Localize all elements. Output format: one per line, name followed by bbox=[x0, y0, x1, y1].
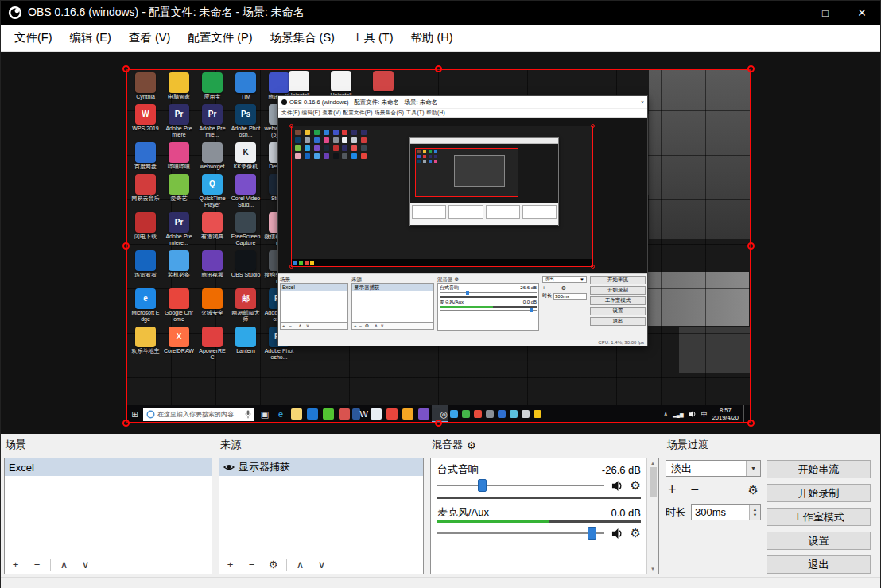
scroll-down-arrow[interactable]: ▼ bbox=[650, 567, 655, 571]
remove-source-button[interactable]: − bbox=[241, 559, 262, 571]
display-capture-preview[interactable]: Cynthia电脑管家应用宝TIM腾讯课堂WWPS 2019PrAdobe Pr… bbox=[126, 69, 751, 423]
source-up-button[interactable]: ∧ bbox=[289, 559, 311, 571]
desktop-icon-label: 闪电下载 bbox=[130, 234, 161, 240]
taskbar-icon-app-5 bbox=[495, 405, 507, 423]
mini-icon bbox=[305, 130, 310, 135]
spin-up-arrow[interactable]: ▲ bbox=[753, 507, 757, 513]
mini-icon bbox=[295, 130, 301, 135]
source-down-button[interactable]: ∨ bbox=[311, 559, 332, 571]
desktop-icon: 迅雷看看 bbox=[130, 250, 161, 284]
selection-handle-top-left[interactable] bbox=[122, 65, 130, 72]
add-transition-button[interactable]: + bbox=[668, 482, 677, 498]
menu-item-edit[interactable]: 编辑 (E) bbox=[61, 25, 120, 51]
desktop-icon-label: KK录像机 bbox=[231, 164, 261, 170]
taskbar-clock: 8:57 2019/4/20 bbox=[712, 407, 739, 421]
desktop-icon-label: 百度网盘 bbox=[130, 164, 161, 170]
spin-down-arrow[interactable]: ▼ bbox=[753, 513, 757, 518]
mini-icon bbox=[361, 153, 367, 159]
taskbar-icon-wechat bbox=[320, 405, 336, 423]
mini-icon bbox=[434, 155, 437, 158]
menu-item-view[interactable]: 查看 (V) bbox=[120, 25, 179, 51]
speaker-icon[interactable] bbox=[611, 528, 623, 540]
scenes-panel: 场景 Excel + − ∧ ∨ bbox=[4, 434, 212, 575]
desktop-icon: webwxget bbox=[197, 142, 227, 170]
scene-down-button[interactable]: ∨ bbox=[75, 559, 96, 571]
speaker-icon[interactable] bbox=[611, 480, 623, 492]
scrollbar-thumb[interactable] bbox=[650, 467, 657, 497]
scene-item[interactable]: Excel bbox=[5, 458, 212, 476]
desktop-icon-image bbox=[169, 250, 189, 271]
duration-spinner[interactable]: 300ms ▲ ▼ bbox=[691, 504, 761, 520]
desktop-icon: 邮网易邮箱大师 bbox=[231, 288, 261, 323]
taskbar-tray: ∧ ▂▄▆ 中 8:57 2019/4/20 bbox=[663, 405, 748, 423]
scroll-up-arrow[interactable]: ▲ bbox=[650, 461, 655, 466]
mini-icon bbox=[314, 137, 320, 143]
transition-select[interactable]: 淡出 ▼ bbox=[666, 460, 761, 477]
start-streaming-button[interactable]: 开始串流 bbox=[767, 460, 871, 478]
channel-gear-icon[interactable]: ⚙ bbox=[631, 526, 641, 540]
taskbar-icon-app-6 bbox=[507, 405, 519, 423]
ime-indicator: 中 bbox=[701, 410, 708, 419]
desktop-icon-image bbox=[202, 288, 223, 309]
studio-mode-button[interactable]: 工作室模式 bbox=[767, 508, 871, 526]
dropdown-arrow-icon[interactable]: ▼ bbox=[746, 461, 760, 476]
nested-status-bar: CPU: 1.4%, 30.00 fps bbox=[278, 338, 647, 346]
selection-handle-bottom-center[interactable] bbox=[435, 420, 442, 427]
source-properties-gear[interactable]: ⚙ bbox=[262, 559, 284, 571]
remove-transition-button[interactable]: − bbox=[691, 482, 700, 498]
add-scene-button[interactable]: + bbox=[5, 559, 26, 571]
mini-icon bbox=[324, 130, 329, 135]
volume-slider[interactable] bbox=[437, 524, 604, 542]
selection-handle-middle-left[interactable] bbox=[122, 242, 130, 250]
selection-handle-bottom-right[interactable] bbox=[747, 420, 755, 427]
exit-button[interactable]: 退出 bbox=[767, 555, 871, 574]
volume-slider[interactable] bbox=[437, 477, 604, 494]
menu-item-scene-collection[interactable]: 场景集合 (S) bbox=[262, 25, 343, 51]
selection-handle-bottom-left[interactable] bbox=[122, 420, 130, 427]
close-button[interactable]: × bbox=[844, 1, 880, 25]
desktop-icon-image bbox=[169, 72, 189, 93]
start-recording-button[interactable]: 开始录制 bbox=[767, 484, 871, 502]
mixer-scrollbar[interactable]: ▲ ▼ bbox=[646, 458, 658, 574]
volume-slider-handle[interactable] bbox=[478, 479, 487, 492]
mini-icon bbox=[423, 160, 426, 163]
nested-dock-area: 场景 Excel + − ∧ ∨ 来源 显示器捕获 + − ⚙ ∧ ∨ 混音器 … bbox=[278, 273, 647, 338]
menu-item-tools[interactable]: 工具 (T) bbox=[343, 25, 402, 51]
scenes-list[interactable]: Excel bbox=[4, 458, 212, 555]
mini-icon bbox=[429, 150, 432, 153]
mini-icon bbox=[361, 137, 367, 143]
mini-icon bbox=[342, 130, 347, 135]
channel-gear-icon[interactable]: ⚙ bbox=[631, 478, 641, 493]
desktop-icon-image bbox=[373, 71, 394, 91]
desktop-icon-image: Ps bbox=[235, 104, 256, 125]
taskbar-icon-app-7 bbox=[519, 405, 531, 423]
scene-up-button[interactable]: ∧ bbox=[53, 559, 75, 571]
eye-icon[interactable] bbox=[223, 462, 235, 473]
source-item[interactable]: 显示器捕获 bbox=[219, 458, 423, 476]
mini-icon bbox=[333, 145, 339, 151]
add-source-button[interactable]: + bbox=[219, 559, 241, 571]
mini-icon bbox=[361, 130, 367, 135]
desktop-icon-image: e bbox=[135, 288, 156, 309]
desktop-icon-label: Microsoft Edge bbox=[130, 310, 161, 323]
settings-button[interactable]: 设置 bbox=[767, 532, 871, 550]
sources-list[interactable]: 显示器捕获 bbox=[219, 458, 424, 555]
remove-scene-button[interactable]: − bbox=[26, 559, 48, 571]
selection-handle-middle-right[interactable] bbox=[747, 242, 755, 250]
maximize-button[interactable]: □ bbox=[807, 1, 844, 25]
transition-properties-gear[interactable]: ⚙ bbox=[748, 483, 759, 497]
desktop-icon: 火绒安全 bbox=[197, 288, 227, 323]
selection-handle-top-right[interactable] bbox=[747, 65, 755, 72]
menu-item-file[interactable]: 文件(F) bbox=[6, 25, 61, 51]
channel-name: 台式音响 bbox=[437, 462, 479, 477]
desktop-icon-image bbox=[202, 72, 223, 93]
selection-handle-top-center[interactable] bbox=[435, 65, 442, 72]
volume-slider-handle[interactable] bbox=[588, 527, 596, 540]
desktop-icon: 网易云音乐 bbox=[130, 174, 161, 208]
nested-preview-capture bbox=[291, 126, 593, 267]
minimize-button[interactable]: — bbox=[770, 1, 807, 25]
mini-icon bbox=[305, 137, 310, 143]
menu-item-profile[interactable]: 配置文件 (P) bbox=[179, 25, 261, 51]
menu-item-help[interactable]: 帮助 (H) bbox=[402, 25, 462, 51]
mixer-settings-gear[interactable]: ⚙ bbox=[467, 439, 476, 451]
